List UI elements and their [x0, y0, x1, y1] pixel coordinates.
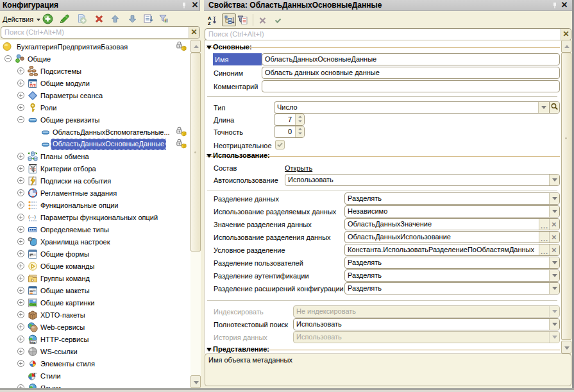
svg-text:(...): (...)	[28, 214, 36, 219]
svg-text:http: http	[30, 341, 36, 344]
svg-text:Z: Z	[208, 21, 211, 26]
svg-text:T: T	[33, 371, 37, 378]
